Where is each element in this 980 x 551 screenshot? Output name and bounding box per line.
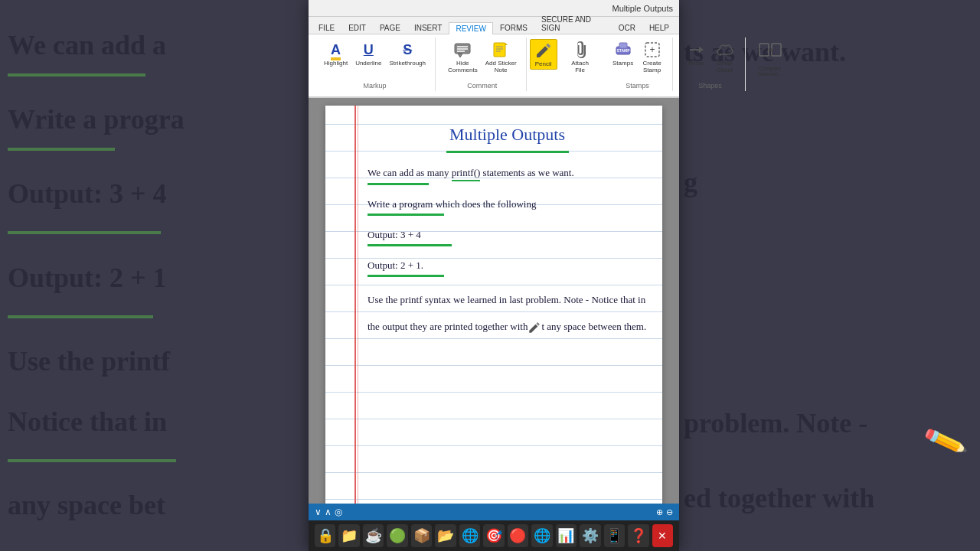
svg-rect-10 (619, 43, 627, 48)
attach-group: AttachFile (560, 37, 600, 91)
stamps-button[interactable]: STAMP Stamps (609, 39, 637, 68)
arrow-button[interactable]: Arrow (682, 39, 710, 68)
pencil-button[interactable]: Pencil (530, 39, 557, 70)
tab-file[interactable]: FILE (312, 21, 341, 34)
stamps-group: STAMP Stamps + CreateStamp (603, 37, 673, 91)
bg-right-text-4: ed together with (684, 474, 972, 523)
bg-underline-2 (8, 148, 115, 151)
tab-review[interactable]: REVIEW (449, 22, 492, 34)
attach-file-button[interactable]: AttachFile (567, 39, 594, 75)
document-title-line: Multiple Outputs (368, 121, 647, 151)
nav-down[interactable]: ∨ (315, 507, 322, 517)
ribbon-tabs: FILE EDIT PAGE INSERT REVIEW FORMS SECUR… (309, 17, 679, 34)
hide-comments-button[interactable]: HideComments (445, 39, 481, 75)
nav-up[interactable]: ∧ (325, 507, 332, 517)
taskbar-icon-green[interactable]: 🟢 (387, 524, 407, 547)
bg-text-1: We can add a (8, 21, 301, 70)
printf-span-1: printf() (452, 167, 481, 181)
content-line-3: Output: 3 + 4 (368, 222, 647, 249)
document-page: Multiple Outputs We can add as many prin… (325, 106, 662, 504)
status-bar: ∨ ∧ ◎ ⊕ ⊖ (309, 504, 679, 520)
tab-insert[interactable]: INSERT (407, 21, 449, 34)
shapes-group-label: Shapes (698, 82, 722, 90)
svg-marker-1 (458, 54, 462, 57)
tab-forms[interactable]: FORMS (493, 21, 534, 34)
markup-group: A Highlight U Underline (315, 37, 436, 91)
margin-line-2 (358, 106, 358, 504)
zoom-in[interactable]: ⊕ (656, 507, 663, 517)
taskbar-icon-coffee[interactable]: ☕ (363, 524, 384, 547)
content-text-2: Write a program which does the following (368, 198, 536, 211)
tab-ocr[interactable]: OCR (612, 21, 642, 34)
compare-documents-label: CompareDocume... (758, 66, 782, 77)
tab-help[interactable]: HELP (642, 21, 676, 34)
title-bar: Multiple Outputs (309, 0, 679, 17)
taskbar-icon-box[interactable]: 📦 (411, 524, 432, 547)
taskbar-icon-gear[interactable]: ⚙️ (580, 524, 600, 547)
strikethrough-button[interactable]: S Strikethrough (386, 39, 429, 68)
taskbar-icon-help[interactable]: ❓ (628, 524, 648, 547)
content-line-5: Use the printf syntax we learned in last… (368, 283, 647, 340)
highlight-button[interactable]: A Highlight (321, 39, 351, 68)
taskbar-icon-lock[interactable]: 🔒 (315, 524, 335, 547)
draw-cloud-label: DrawCloud (717, 60, 733, 73)
bg-underline-4 (8, 315, 153, 318)
stamps-icon: STAMP (614, 41, 632, 59)
bg-underline-3 (8, 231, 161, 234)
create-stamp-button[interactable]: + CreateStamp (639, 39, 666, 75)
taskbar-icon-file[interactable]: 📂 (435, 524, 456, 547)
highlight-label: Highlight (324, 60, 348, 67)
markup-buttons: A Highlight U Underline (321, 39, 429, 68)
attach-file-label: AttachFile (571, 60, 589, 73)
add-sticker-note-icon (492, 41, 510, 59)
compare-documents-icon (758, 41, 782, 65)
strikethrough-icon: S (398, 41, 416, 59)
comment-buttons: HideComments Add StickerN (445, 39, 520, 75)
content-text-1: We can add as many printf() statements a… (368, 167, 574, 181)
bg-right-text-2: g (684, 158, 972, 207)
content-text-3: Output: 3 + 4 (368, 229, 421, 242)
pencil-button-icon (534, 41, 553, 60)
tab-page[interactable]: PAGE (373, 21, 407, 34)
bg-text-4: Output: 2 + 1 (8, 253, 301, 303)
taskbar-icon-pin[interactable]: 🎯 (483, 524, 504, 547)
svg-marker-15 (699, 47, 704, 53)
taskbar-icon-globe[interactable]: 🌐 (531, 524, 552, 547)
bg-text-6: Notice that in (8, 397, 301, 447)
markup-group-label: Markup (363, 82, 386, 90)
document-area[interactable]: Multiple Outputs We can add as many prin… (309, 98, 679, 504)
strikethrough-label: Strikethrough (389, 60, 426, 67)
taskbar-icon-red[interactable]: 🔴 (508, 524, 528, 547)
create-stamp-label: CreateStamp (643, 60, 662, 73)
underline-button[interactable]: U Underline (352, 39, 384, 68)
tab-edit[interactable]: EDIT (341, 21, 373, 34)
taskbar-icon-chart[interactable]: 📊 (556, 524, 577, 547)
taskbar: 🔒 📁 ☕ 🟢 📦 📂 🌐 🎯 🔴 🌐 📊 ⚙️ 📱 ❓ ✕ (309, 520, 679, 551)
content-text-4: Output: 2 + 1. (368, 259, 423, 272)
nav-target[interactable]: ◎ (335, 507, 342, 517)
svg-rect-16 (760, 44, 769, 56)
create-stamp-icon: + (643, 41, 662, 59)
nav-arrows[interactable]: ∨ ∧ ◎ (315, 507, 342, 517)
zoom-out[interactable]: ⊖ (666, 507, 673, 517)
zoom-controls[interactable]: ⊕ ⊖ (656, 507, 673, 517)
main-window: Multiple Outputs FILE EDIT PAGE INSERT R… (309, 0, 679, 551)
taskbar-icon-folder[interactable]: 📁 (338, 524, 359, 547)
tab-secure-sign[interactable]: SECURE AND SIGN (534, 13, 612, 34)
draw-cloud-button[interactable]: DrawCloud (711, 39, 739, 75)
stamps-label: Stamps (612, 60, 633, 67)
comment-group-label: Comment (467, 82, 497, 90)
add-sticker-note-button[interactable]: Add StickerNote (482, 39, 520, 75)
taskbar-icon-chrome[interactable]: 🌐 (459, 524, 480, 547)
content-line-4: Output: 2 + 1. (368, 253, 647, 279)
taskbar-icon-redcircle[interactable]: ✕ (652, 524, 673, 547)
title-underline (446, 151, 569, 153)
bg-underline-5 (8, 459, 176, 462)
content-line-2: Write a program which does the following (368, 191, 647, 218)
compare-documents-button[interactable]: CompareDocume... (755, 39, 786, 78)
shapes-group: Arrow DrawCloud Shapes (676, 37, 746, 91)
taskbar-icon-phone[interactable]: 📱 (604, 524, 625, 547)
stamps-buttons: STAMP Stamps + CreateStamp (609, 39, 666, 75)
bg-text-3: Output: 3 + 4 (8, 169, 301, 219)
margin-line (354, 106, 356, 504)
